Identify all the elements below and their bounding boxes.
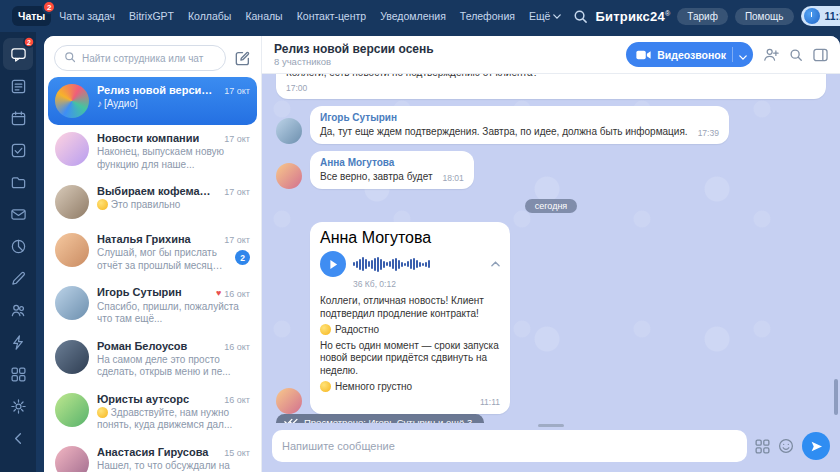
message-bubble[interactable]: Анна Могутова Все верно, завтра будет 18…: [310, 151, 474, 189]
top-tabs: Чаты 2 Чаты задач BitrixGPT Коллабы Кана…: [12, 6, 567, 26]
chat-title: Выбираем кофемашину д...: [97, 185, 218, 197]
chat-list-item-anastasia[interactable]: Анастасия Гирусова15 окт Нашел, то что о…: [48, 439, 257, 472]
tab-chats-label: Чаты: [18, 10, 45, 22]
help-button[interactable]: Помощь: [735, 8, 794, 25]
new-chat-button[interactable]: [234, 50, 251, 67]
tab-more-label: Ещё: [529, 10, 550, 22]
apps-button[interactable]: [755, 439, 770, 454]
tab-contact-center-label: Контакт-центр: [297, 10, 367, 22]
rail-disk-button[interactable]: [3, 166, 33, 198]
rail-messenger-button[interactable]: 2: [3, 38, 33, 70]
tab-bitrixgpt[interactable]: BitrixGPT: [123, 6, 180, 26]
lightning-icon: [10, 334, 27, 351]
rail-tasks-button[interactable]: [3, 134, 33, 166]
global-search-icon[interactable]: [573, 9, 588, 24]
send-button[interactable]: [802, 432, 830, 460]
play-button[interactable]: [320, 251, 346, 277]
audio-player: [320, 251, 500, 277]
app-rail: 2: [0, 32, 36, 472]
smiling-face-emoji: [97, 199, 108, 210]
chat-list-item-natalia[interactable]: Наталья Грихина17 окт Слушай, мог бы при…: [48, 226, 257, 279]
chat-preview: Это правильно: [97, 199, 250, 212]
avatar[interactable]: [276, 163, 302, 189]
chat-list-item-coffee[interactable]: Выбираем кофемашину д...17 окт Это прави…: [48, 178, 257, 226]
sad-face-emoji: [320, 381, 331, 392]
video-call-button[interactable]: Видеозвонок: [626, 42, 753, 67]
rail-market-button[interactable]: [3, 358, 33, 390]
message-author: Анна Могутова: [320, 229, 500, 247]
chat-preview: ♪[Аудио]: [97, 98, 250, 111]
emotion-label: Немного грустно: [335, 381, 412, 392]
chat-preview: Спасибо, пришли, пожалуйста что там ещё.…: [97, 301, 250, 326]
rail-mail-button[interactable]: [3, 198, 33, 230]
tab-chats[interactable]: Чаты 2: [12, 6, 51, 26]
rail-feed-button[interactable]: [3, 70, 33, 102]
chat-list-item-roman[interactable]: Роман Белоусов16 окт На самом деле это п…: [48, 333, 257, 386]
chat-avatar: [55, 185, 89, 219]
message-bubble[interactable]: Игорь Сутырин Да, тут еще ждем подтвержд…: [310, 106, 729, 144]
rail-crm-button[interactable]: [3, 230, 33, 262]
read-receipt-bar[interactable]: Просмотрено: Игорь Сутырин и ещё 3: [276, 414, 484, 423]
invite-user-button[interactable]: [763, 47, 779, 62]
message-input-box[interactable]: [272, 430, 747, 462]
chevron-up-icon[interactable]: [491, 261, 500, 267]
tab-task-chats-label: Чаты задач: [59, 10, 115, 22]
rail-company-button[interactable]: [3, 294, 33, 326]
chevron-left-icon: [10, 430, 27, 447]
chat-search-box[interactable]: [54, 45, 226, 71]
composer: [262, 423, 840, 472]
emoji-button[interactable]: [778, 438, 794, 454]
chat-list-panel: Релиз новой версии осень17 окт ♪[Аудио] …: [44, 36, 262, 472]
avatar[interactable]: [276, 118, 302, 144]
emotion-line: Радостно: [320, 324, 500, 335]
chat-list-item-igor[interactable]: Игорь Сутырин♥16 окт Спасибо, пришли, по…: [48, 279, 257, 333]
tab-notifications[interactable]: Уведомления: [374, 6, 452, 26]
message-row: Игорь Сутырин Да, тут еще ждем подтвержд…: [276, 106, 826, 144]
chat-sidebar-toggle[interactable]: [813, 48, 828, 62]
tab-task-chats[interactable]: Чаты задач: [53, 6, 121, 26]
chat-title: Роман Белоусов: [97, 340, 218, 352]
chat-search-button[interactable]: [789, 48, 803, 62]
time-widget[interactable]: 11:11: [801, 6, 840, 26]
rail-messenger-badge: 2: [23, 36, 35, 48]
brand-logo[interactable]: Битрикс24®: [595, 9, 670, 24]
tariff-button[interactable]: Тариф: [677, 8, 728, 25]
chat-list-item-news[interactable]: Новости компании17 окт Наконец, выпускае…: [48, 125, 257, 178]
tab-contact-center[interactable]: Контакт-центр: [291, 6, 373, 26]
chat-list-item-lawyers[interactable]: Юристы аутсорс16 окт Здравствуйте, нам н…: [48, 386, 257, 439]
audio-waveform[interactable]: [353, 256, 484, 272]
chat-icon: [10, 46, 27, 63]
chat-title: Релиз новой версии осень: [97, 84, 218, 96]
chat-participants: 8 участников: [274, 56, 616, 67]
message-text: Все верно, завтра будет: [320, 170, 433, 183]
voice-message-card[interactable]: Анна Могутова 36 Кб, 0:12 Коллеги, отлич…: [310, 222, 510, 414]
search-icon: [789, 48, 803, 62]
avatar[interactable]: [276, 388, 302, 414]
rail-calendar-button[interactable]: [3, 102, 33, 134]
tab-more[interactable]: Ещё: [523, 6, 567, 26]
pen-icon: [10, 270, 27, 287]
message-input[interactable]: [282, 440, 737, 452]
tab-collabs[interactable]: Коллабы: [182, 6, 237, 26]
rail-settings-button[interactable]: [3, 390, 33, 422]
chevron-down-icon[interactable]: [739, 46, 747, 64]
tab-telephony[interactable]: Телефония: [454, 6, 521, 26]
message-bubble[interactable]: Коллеги, есть новости по подтверждению о…: [276, 74, 826, 99]
rail-collapse-button[interactable]: [3, 422, 33, 454]
chat-list-item-release[interactable]: Релиз новой версии осень17 окт ♪[Аудио]: [48, 77, 257, 125]
chat-preview: Нашел, то что обсуждали на планерке...: [97, 460, 250, 472]
chevron-down-icon: [553, 14, 561, 19]
transcript-text: Но есть один момент — сроки запуска ново…: [320, 340, 500, 378]
chat-header-info[interactable]: Релиз новой версии осень 8 участников: [274, 42, 616, 67]
tab-channels[interactable]: Каналы: [239, 6, 288, 26]
tab-notifications-label: Уведомления: [380, 10, 446, 22]
chat-avatar: [55, 446, 89, 472]
rail-sign-button[interactable]: [3, 262, 33, 294]
chat-search-input[interactable]: [82, 53, 216, 64]
smiley-icon: [778, 438, 794, 454]
rail-automation-button[interactable]: [3, 326, 33, 358]
composer-resize-handle[interactable]: [538, 424, 564, 427]
scrollbar-thumb[interactable]: [834, 379, 838, 415]
chat-avatar: [55, 393, 89, 427]
paper-plane-icon: [810, 440, 823, 453]
